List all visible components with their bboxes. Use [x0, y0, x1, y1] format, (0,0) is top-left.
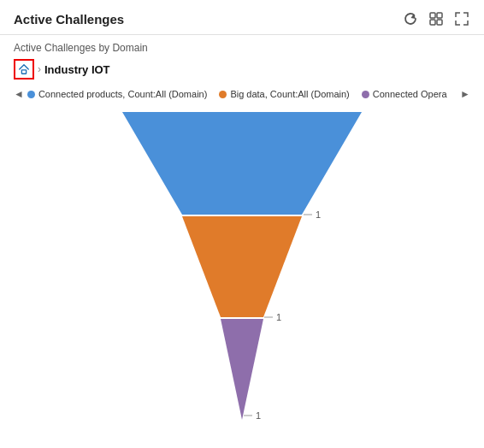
- section-label: Active Challenges by Domain: [0, 35, 484, 57]
- chart-area: 1 1 1: [0, 103, 484, 420]
- legend: ◄ Connected products, Count:All (Domain)…: [0, 85, 484, 103]
- tick-label-2: 1: [256, 410, 261, 420]
- legend-item-1: Big data, Count:All (Domain): [219, 89, 349, 99]
- svg-rect-2: [430, 20, 435, 25]
- funnel-segment-1[interactable]: [182, 216, 302, 317]
- legend-dot-1: [219, 91, 227, 98]
- grid-icon[interactable]: [428, 10, 445, 27]
- tick-label-1: 1: [276, 312, 281, 322]
- legend-label-0: Connected products, Count:All (Domain): [38, 89, 207, 99]
- funnel-svg: 1 1 1: [97, 112, 387, 420]
- legend-item-2: Connected Opera: [362, 89, 447, 99]
- funnel-segment-2[interactable]: [221, 319, 263, 420]
- breadcrumb: › Industry IOT: [0, 57, 484, 83]
- expand-icon[interactable]: [453, 10, 470, 27]
- svg-rect-4: [21, 70, 26, 74]
- legend-item-0: Connected products, Count:All (Domain): [27, 89, 207, 99]
- svg-rect-0: [430, 13, 435, 18]
- legend-right-arrow[interactable]: ►: [460, 88, 470, 100]
- legend-dot-0: [27, 91, 35, 98]
- funnel-chart: 1 1 1: [97, 112, 387, 420]
- legend-label-2: Connected Opera: [373, 89, 447, 99]
- svg-rect-1: [437, 13, 442, 18]
- legend-left-arrow[interactable]: ◄: [14, 88, 24, 100]
- domain-label: Industry IOT: [44, 63, 110, 76]
- breadcrumb-chevron: ›: [38, 63, 41, 75]
- legend-dot-2: [362, 91, 369, 98]
- page-title: Active Challenges: [14, 12, 124, 27]
- refresh-icon[interactable]: [402, 10, 419, 27]
- legend-label-1: Big data, Count:All (Domain): [230, 89, 349, 99]
- svg-rect-3: [437, 20, 442, 25]
- header: Active Challenges: [0, 0, 484, 35]
- header-actions: [402, 10, 470, 27]
- home-button[interactable]: [14, 59, 34, 80]
- tick-label-0: 1: [316, 209, 321, 220]
- funnel-segment-0[interactable]: [122, 112, 362, 215]
